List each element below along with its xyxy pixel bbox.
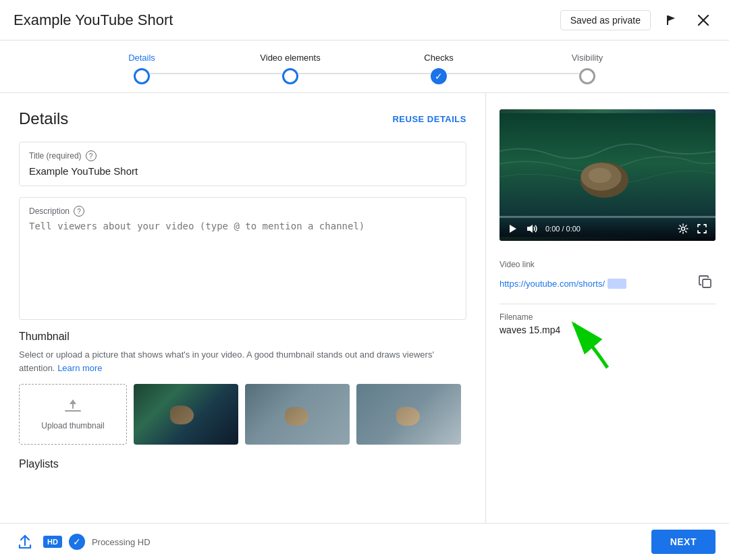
next-button[interactable]: NEXT bbox=[651, 530, 716, 554]
volume-button[interactable] bbox=[525, 222, 540, 235]
upload-thumbnail-icon bbox=[63, 398, 82, 417]
svg-point-11 bbox=[589, 168, 612, 184]
processing-text: Processing HD bbox=[92, 537, 151, 547]
svg-marker-13 bbox=[527, 225, 533, 233]
upload-icon bbox=[16, 533, 34, 551]
step-video-elements[interactable]: Video elements bbox=[216, 53, 364, 84]
step-visibility-circle bbox=[579, 68, 595, 84]
learn-more-link[interactable]: Learn more bbox=[57, 363, 102, 373]
svg-marker-1 bbox=[668, 16, 675, 21]
svg-point-14 bbox=[682, 227, 685, 231]
settings-icon bbox=[678, 223, 688, 234]
video-link-label: Video link bbox=[500, 260, 716, 269]
step-checks[interactable]: Checks ✓ bbox=[364, 53, 513, 84]
close-button[interactable] bbox=[691, 8, 716, 32]
video-link[interactable]: https://youtube.com/shorts/ bbox=[500, 279, 626, 289]
step-details-label: Details bbox=[128, 53, 155, 63]
alert-icon-button[interactable] bbox=[659, 8, 683, 32]
svg-marker-12 bbox=[510, 225, 516, 233]
description-field-container: Description ? bbox=[19, 197, 466, 320]
thumbnail-description: Select or upload a picture that shows wh… bbox=[19, 348, 466, 374]
step-visibility[interactable]: Visibility bbox=[513, 53, 662, 84]
page-title: Example YouTube Short bbox=[14, 11, 173, 29]
check-icon: ✓ bbox=[435, 71, 443, 82]
filename-value: waves 15.mp4 bbox=[500, 325, 716, 335]
thumbnail-option-3[interactable] bbox=[356, 384, 461, 445]
video-link-section: Video link https://youtube.com/shorts/ bbox=[500, 252, 716, 304]
details-section-header: Details REUSE DETAILS bbox=[19, 109, 466, 128]
step-details[interactable]: Details bbox=[68, 53, 216, 84]
play-button[interactable] bbox=[506, 222, 520, 235]
fullscreen-button[interactable] bbox=[695, 222, 709, 235]
thumbnail-title: Thumbnail bbox=[19, 331, 466, 343]
description-help-icon[interactable]: ? bbox=[74, 206, 84, 217]
step-checks-label: Checks bbox=[424, 53, 453, 63]
rock-decoration-3 bbox=[396, 407, 420, 426]
hd-badge: HD bbox=[43, 536, 62, 548]
volume-icon bbox=[526, 223, 539, 234]
stepper: Details Video elements Checks ✓ Visibili… bbox=[0, 40, 729, 93]
rock-decoration-2 bbox=[285, 407, 308, 426]
link-hash bbox=[608, 279, 626, 289]
bottom-left-actions: HD ✓ Processing HD bbox=[14, 530, 151, 553]
step-video-elements-circle bbox=[282, 68, 298, 84]
check-mark: ✓ bbox=[73, 536, 81, 547]
processing-check-icon: ✓ bbox=[69, 534, 85, 550]
reuse-details-button[interactable]: REUSE DETAILS bbox=[392, 114, 466, 124]
upload-label: Upload thumbnail bbox=[41, 421, 104, 430]
right-panel: 0:00 / 0:00 Video link htt bbox=[486, 93, 729, 527]
bottom-bar: HD ✓ Processing HD NEXT bbox=[0, 523, 729, 560]
fullscreen-icon bbox=[697, 223, 707, 234]
step-video-elements-label: Video elements bbox=[260, 53, 320, 63]
description-field-label: Description ? bbox=[29, 206, 456, 217]
filename-label: Filename bbox=[500, 312, 716, 322]
svg-rect-0 bbox=[667, 16, 668, 25]
thumbnail-section: Thumbnail Select or upload a picture tha… bbox=[19, 331, 466, 445]
flag-icon bbox=[664, 13, 678, 27]
svg-rect-15 bbox=[703, 279, 711, 287]
app-header: Example YouTube Short Saved as private bbox=[0, 0, 729, 40]
step-checks-circle: ✓ bbox=[431, 68, 447, 84]
step-details-circle bbox=[134, 68, 150, 84]
video-link-row: https://youtube.com/shorts/ bbox=[500, 272, 716, 296]
settings-button[interactable] bbox=[676, 222, 690, 235]
title-field-container: Title (required) ? bbox=[19, 142, 466, 186]
thumbnail-option-1[interactable] bbox=[134, 384, 238, 445]
step-visibility-label: Visibility bbox=[572, 53, 603, 63]
main-content: Details REUSE DETAILS Title (required) ?… bbox=[0, 93, 729, 527]
title-help-icon[interactable]: ? bbox=[86, 150, 97, 161]
saved-status-badge: Saved as private bbox=[560, 10, 651, 30]
svg-marker-6 bbox=[70, 399, 76, 404]
copy-link-button[interactable] bbox=[695, 272, 716, 296]
playlists-title: Playlists bbox=[19, 458, 466, 470]
svg-rect-4 bbox=[65, 410, 81, 412]
header-actions: Saved as private bbox=[560, 8, 716, 32]
details-title: Details bbox=[19, 109, 68, 128]
close-icon bbox=[696, 13, 711, 28]
description-textarea[interactable] bbox=[29, 221, 456, 308]
playlists-section: Playlists bbox=[19, 458, 466, 470]
title-field-label: Title (required) ? bbox=[29, 150, 456, 161]
thumbnail-option-2[interactable] bbox=[245, 384, 350, 445]
upload-status-icon bbox=[14, 530, 36, 553]
time-display: 0:00 / 0:00 bbox=[545, 225, 671, 233]
copy-icon bbox=[698, 275, 713, 289]
left-panel: Details REUSE DETAILS Title (required) ?… bbox=[0, 93, 486, 527]
upload-thumbnail-button[interactable]: Upload thumbnail bbox=[19, 384, 127, 445]
play-icon bbox=[508, 223, 518, 234]
filename-section: Filename waves 15.mp4 bbox=[500, 304, 716, 343]
thumbnail-grid: Upload thumbnail bbox=[19, 384, 466, 445]
rock-decoration bbox=[170, 405, 194, 424]
video-player: 0:00 / 0:00 bbox=[500, 109, 716, 241]
video-controls: 0:00 / 0:00 bbox=[500, 217, 716, 241]
title-input[interactable] bbox=[29, 165, 456, 177]
